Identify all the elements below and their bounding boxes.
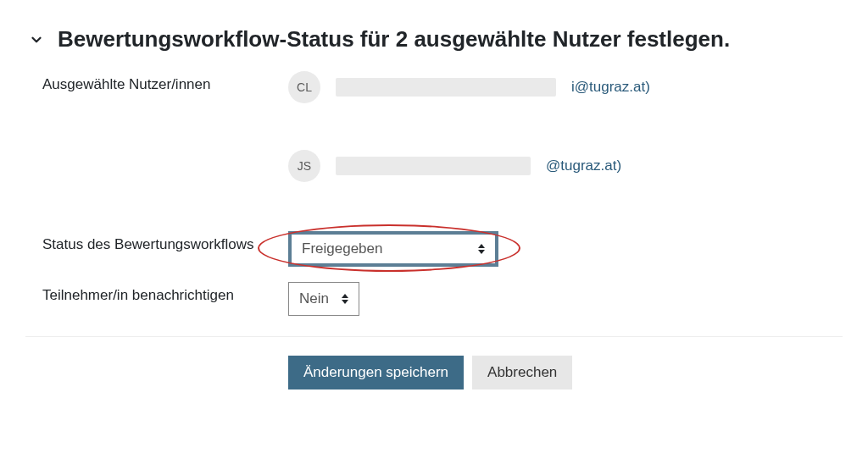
notify-label: Teilnehmer/in benachrichtigen <box>42 282 288 304</box>
selected-users-label: Ausgewählte Nutzer/innen <box>42 71 288 93</box>
workflow-status-label: Status des Bewertungsworkflows <box>42 231 288 253</box>
chevron-down-icon <box>29 32 44 47</box>
save-button[interactable]: Änderungen speichern <box>288 356 464 389</box>
avatar: CL <box>288 71 320 103</box>
user-list: CL i@tugraz.at) JS @tugraz.at) <box>288 71 843 182</box>
divider <box>25 336 843 337</box>
select-arrows-icon <box>478 244 485 254</box>
page-title: Bewertungsworkflow-Status für 2 ausgewäh… <box>58 25 730 54</box>
user-email-link[interactable]: i@tugraz.at) <box>571 79 650 96</box>
user-item: JS @tugraz.at) <box>288 150 843 182</box>
redacted-name <box>336 78 556 97</box>
select-arrows-icon <box>342 294 348 304</box>
user-item: CL i@tugraz.at) <box>288 71 843 103</box>
avatar: JS <box>288 150 320 182</box>
notify-select[interactable]: Nein <box>288 282 359 316</box>
redacted-name <box>336 157 531 175</box>
cancel-button[interactable]: Abbrechen <box>472 356 572 389</box>
workflow-status-value: Freigegeben <box>302 240 382 257</box>
collapse-toggle[interactable] <box>25 29 47 51</box>
notify-value: Nein <box>299 290 329 307</box>
user-email-link[interactable]: @tugraz.at) <box>546 157 621 174</box>
workflow-status-select[interactable]: Freigegeben <box>288 231 498 267</box>
